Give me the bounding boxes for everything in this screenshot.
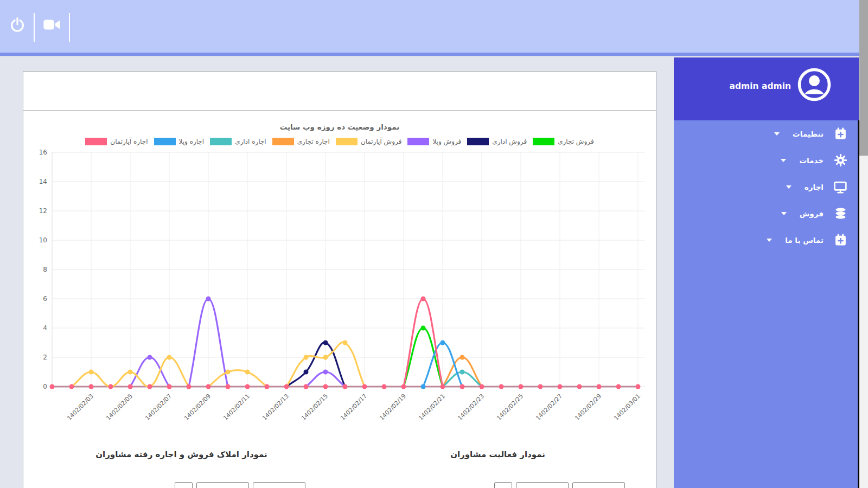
svg-text:1402/02/23: 1402/02/23 — [456, 393, 486, 422]
legend-label: فروش آپارتمان — [361, 138, 402, 145]
sidebar-user-panel: admin admin — [674, 57, 859, 120]
legend-item-8[interactable]: فروش تجاری — [533, 138, 594, 145]
svg-text:8: 8 — [43, 266, 47, 273]
status-chart-canvas: 02468101214161402/02/031402/02/051402/02… — [23, 146, 657, 439]
svg-text:2: 2 — [43, 354, 47, 361]
sidebar-item-5[interactable]: تماس با ما — [674, 227, 859, 253]
consultants-activity-chart-section: نمودار فعالیت مشاوران — [340, 449, 656, 459]
left-filter-date-to-input[interactable] — [253, 482, 305, 488]
legend-swatch — [407, 138, 429, 145]
svg-text:1402/03/01: 1402/03/01 — [612, 393, 642, 422]
legend-label: اجاره تجاری — [297, 138, 330, 145]
svg-text:1402/02/11: 1402/02/11 — [222, 393, 251, 422]
user-name: admin admin — [729, 81, 791, 91]
gear-icon — [833, 153, 847, 168]
svg-text:1402/02/25: 1402/02/25 — [495, 393, 525, 422]
legend-item-6[interactable]: فروش ویلا — [407, 138, 461, 145]
legend-swatch — [533, 138, 554, 145]
sidebar-item-3[interactable]: اجاره — [674, 174, 859, 200]
calendar-plus-icon — [833, 233, 847, 247]
svg-text:1402/02/19: 1402/02/19 — [378, 393, 407, 422]
top-header — [0, 0, 859, 53]
header-border — [0, 53, 859, 56]
svg-text:0: 0 — [43, 383, 47, 390]
legend-item-2[interactable]: اجاره ویلا — [154, 138, 205, 145]
chevron-down-icon — [767, 239, 772, 242]
sidebar-menu: تنظیماتخدماتاجارهفروشتماس با ما — [674, 120, 859, 253]
header-divider — [69, 13, 70, 42]
legend-swatch — [85, 138, 107, 145]
sidebar-item-label: تماس با ما — [785, 236, 824, 245]
sidebar-item-1[interactable]: تنظیمات — [674, 120, 859, 147]
legend-item-5[interactable]: فروش آپارتمان — [336, 138, 402, 145]
left-filter-button[interactable] — [175, 482, 193, 488]
sidebar-item-label: تنظیمات — [793, 130, 824, 138]
user-avatar-icon[interactable] — [797, 67, 832, 102]
legend-label: اجاره اداری — [235, 138, 266, 145]
right-filter-button[interactable] — [494, 482, 512, 488]
svg-text:14: 14 — [39, 178, 47, 185]
svg-text:1402/02/03: 1402/02/03 — [66, 393, 95, 422]
scrollbar-track[interactable] — [859, 0, 868, 488]
sidebar-item-2[interactable]: خدمات — [674, 147, 859, 174]
chart-title: نمودار وضعیت ده روزه وب سایت — [23, 123, 656, 131]
svg-text:1402/02/09: 1402/02/09 — [183, 393, 212, 422]
bottom-section: نمودار املاک فروش و اجاره رفته مشاوران ن… — [23, 449, 656, 459]
right-filter-date-to-input[interactable] — [572, 482, 625, 488]
legend-item-1[interactable]: اجاره آپارتمان — [85, 138, 148, 145]
svg-text:12: 12 — [39, 207, 47, 215]
calendar-plus-icon — [833, 127, 847, 141]
sidebar-item-label: فروش — [800, 209, 824, 218]
svg-text:1402/02/17: 1402/02/17 — [339, 393, 368, 422]
legend-label: اجاره آپارتمان — [110, 138, 148, 145]
sidebar-item-label: خدمات — [799, 156, 824, 165]
right-chart-filters — [494, 482, 625, 488]
legend-swatch — [154, 138, 176, 145]
card-header-empty — [23, 72, 656, 111]
svg-text:4: 4 — [43, 324, 47, 332]
consultants-sales-chart-title: نمودار املاک فروش و اجاره رفته مشاوران — [95, 450, 267, 459]
chart-legend: اجاره آپارتماناجاره ویلااجاره اداریاجاره… — [23, 138, 656, 145]
svg-text:1402/02/13: 1402/02/13 — [261, 393, 290, 422]
legend-item-3[interactable]: اجاره اداری — [210, 138, 266, 145]
legend-label: فروش تجاری — [558, 138, 594, 145]
legend-swatch — [272, 138, 294, 145]
monitor-icon — [833, 180, 847, 194]
left-chart-filters — [175, 482, 305, 488]
svg-text:1402/02/15: 1402/02/15 — [300, 393, 329, 422]
consultants-sales-chart-section: نمودار املاک فروش و اجاره رفته مشاوران — [23, 449, 340, 459]
svg-text:1402/02/07: 1402/02/07 — [144, 393, 173, 422]
legend-label: فروش اداری — [492, 138, 527, 145]
left-filter-date-from-input[interactable] — [196, 482, 249, 488]
legend-item-7[interactable]: فروش اداری — [467, 138, 527, 145]
video-camera-icon[interactable] — [43, 18, 61, 34]
svg-text:6: 6 — [43, 295, 47, 303]
header-divider — [34, 13, 35, 42]
svg-text:10: 10 — [39, 236, 47, 244]
legend-label: فروش ویلا — [432, 138, 461, 145]
chevron-down-icon — [781, 212, 787, 215]
chevron-down-icon — [786, 185, 792, 189]
sidebar: admin admin تنظیماتخدماتاجارهفروشتماس با… — [674, 57, 859, 488]
sidebar-item-4[interactable]: فروش — [674, 200, 859, 227]
svg-text:1402/02/05: 1402/02/05 — [105, 393, 134, 422]
legend-label: اجاره ویلا — [179, 138, 205, 145]
sidebar-item-label: اجاره — [805, 183, 824, 191]
legend-swatch — [210, 138, 232, 145]
scrollbar-thumb[interactable] — [859, 0, 868, 156]
legend-swatch — [336, 138, 358, 145]
svg-text:1402/02/21: 1402/02/21 — [417, 393, 446, 422]
power-icon[interactable] — [9, 16, 25, 35]
status-line-chart: 02468101214161402/02/031402/02/051402/02… — [23, 146, 657, 439]
legend-item-4[interactable]: اجاره تجاری — [272, 138, 330, 145]
legend-swatch — [467, 138, 489, 145]
dashboard-card: نمودار وضعیت ده روزه وب سایت اجاره آپارت… — [23, 71, 656, 488]
database-icon — [833, 207, 847, 221]
chevron-down-icon — [774, 132, 780, 136]
chevron-down-icon — [781, 159, 786, 162]
right-filter-date-from-input[interactable] — [516, 482, 569, 488]
svg-text:1402/02/29: 1402/02/29 — [573, 393, 603, 422]
svg-text:1402/02/27: 1402/02/27 — [534, 393, 564, 422]
svg-text:16: 16 — [39, 149, 47, 156]
consultants-activity-chart-title: نمودار فعالیت مشاوران — [450, 450, 545, 459]
